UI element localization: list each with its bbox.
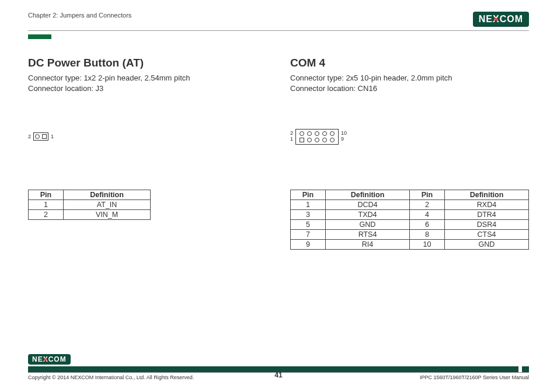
section-title: DC Power Button (AT) <box>28 57 267 69</box>
table-row: 1 AT_IN <box>29 200 151 210</box>
connector-diagram-2x5: 2 1 <box>290 110 529 163</box>
page-number: 41 <box>274 371 282 379</box>
table-row: 5GND6DSR4 <box>291 220 529 230</box>
brand-logo-footer: NEX✕COM <box>28 354 71 365</box>
pin-icon <box>330 131 335 136</box>
pin-label-9: 9 <box>341 136 347 142</box>
section-com4: COM 4 Connector type: 2x5 10-pin header,… <box>290 57 529 250</box>
connector-location: Connector location: J3 <box>28 83 267 94</box>
th-def: Definition <box>326 190 410 200</box>
section-dc-power-button: DC Power Button (AT) Connector type: 1x2… <box>28 57 267 250</box>
th-pin: Pin <box>410 190 445 200</box>
table-row: 3TXD44DTR4 <box>291 210 529 220</box>
copyright-text: Copyright © 2014 NEXCOM International Co… <box>28 374 194 380</box>
pin-label-1: 1 <box>290 136 293 142</box>
th-def: Definition <box>445 190 529 200</box>
pin-label-2: 2 <box>28 134 31 139</box>
th-pin: Pin <box>29 190 64 200</box>
pinout-table-right: Pin Definition Pin Definition 1DCD42RXD4… <box>290 190 529 250</box>
pin-1-icon <box>42 134 47 139</box>
pin-icon <box>330 138 335 142</box>
table-row: 7RTS48CTS4 <box>291 230 529 240</box>
pin-icon <box>307 138 312 142</box>
table-row: 1DCD42RXD4 <box>291 200 529 210</box>
chapter-title: Chapter 2: Jumpers and Connectors <box>28 12 131 19</box>
pin-icon <box>322 138 327 142</box>
brand-logo: NEX✕COM <box>473 12 529 27</box>
pin-1-icon <box>300 138 304 142</box>
table-row: 9RI410GND <box>291 240 529 250</box>
connector-type: Connector type: 1x2 2-pin header, 2.54mm… <box>28 73 267 83</box>
pin-2-icon <box>35 134 40 139</box>
pin-icon <box>300 131 304 136</box>
pin-icon <box>315 131 319 136</box>
th-pin: Pin <box>291 190 326 200</box>
page-footer: NEX✕COM Copyright © 2014 NEXCOM Internat… <box>28 354 529 380</box>
page-header: Chapter 2: Jumpers and Connectors NEX✕CO… <box>28 12 529 31</box>
connector-diagram-1x2: 2 1 <box>28 110 267 163</box>
pinout-table-left: Pin Definition 1 AT_IN 2 VIN_M <box>28 190 151 220</box>
connector-type: Connector type: 2x5 10-pin header, 2.0mm… <box>290 73 529 83</box>
table-row: 2 VIN_M <box>29 210 151 220</box>
pin-label-1: 1 <box>51 134 54 139</box>
pin-icon <box>322 131 327 136</box>
th-def: Definition <box>64 190 151 200</box>
section-title: COM 4 <box>290 57 529 69</box>
section-color-tab <box>28 34 51 39</box>
pin-icon <box>307 131 312 136</box>
connector-location: Connector location: CN16 <box>290 83 529 94</box>
document-title: IPPC 1560T/1960T/2160P Series User Manua… <box>420 374 529 380</box>
pin-icon <box>315 138 319 142</box>
